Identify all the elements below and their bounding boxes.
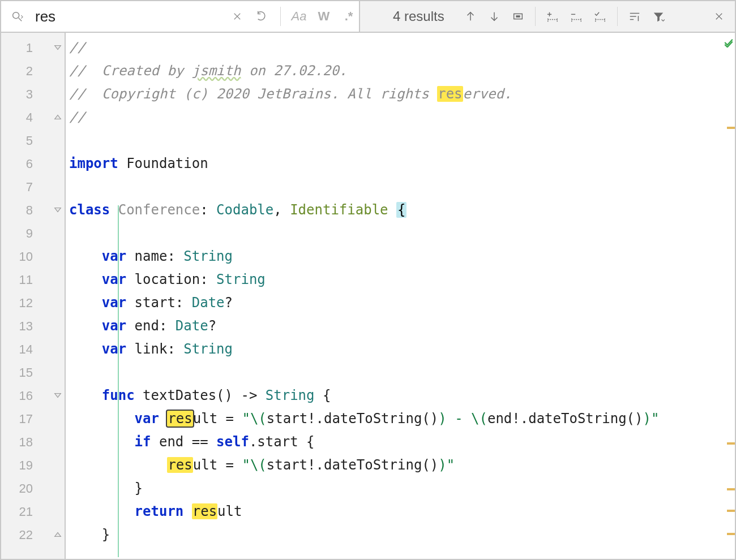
line-number: 22	[1, 523, 42, 546]
filter-icon[interactable]	[648, 6, 669, 27]
fold-expand-end-icon[interactable]	[52, 111, 63, 123]
svg-rect-7	[516, 15, 520, 18]
fold-cell	[42, 199, 65, 222]
marker-tick[interactable]	[727, 533, 735, 535]
svg-point-0	[13, 12, 19, 19]
editor[interactable]: 12345678910111213141516171819202122 // /…	[1, 33, 735, 559]
fold-cell	[42, 384, 65, 407]
gutter: 12345678910111213141516171819202122	[1, 33, 42, 559]
line-number: 1	[1, 36, 42, 59]
close-icon[interactable]	[709, 6, 729, 27]
clear-icon[interactable]	[227, 6, 247, 27]
line-number: 6	[1, 152, 42, 175]
line-number: 9	[1, 222, 42, 245]
fold-cell	[42, 291, 65, 315]
search-icon[interactable]	[7, 6, 27, 27]
find-bar-right: 4 results	[359, 1, 735, 32]
marker-tick[interactable]	[727, 488, 735, 490]
line-number: 8	[1, 199, 42, 222]
divider	[535, 7, 536, 26]
marker-tick[interactable]	[727, 442, 735, 445]
line-number: 18	[1, 430, 42, 454]
line-number: 11	[1, 268, 42, 291]
next-match-icon[interactable]	[484, 6, 504, 27]
fold-cell	[42, 361, 65, 384]
line-number: 13	[1, 315, 42, 338]
line-number: 7	[1, 175, 42, 199]
show-filter-options-icon[interactable]	[624, 6, 645, 27]
fold-cell	[42, 268, 65, 291]
inspection-ok-icon[interactable]	[724, 37, 734, 50]
fold-cell	[42, 129, 65, 152]
regex-toggle[interactable]: .*	[339, 9, 359, 24]
fold-cell	[42, 430, 65, 454]
fold-cell	[42, 59, 65, 83]
line-number: 19	[1, 454, 42, 477]
fold-column	[42, 33, 66, 559]
whole-word-toggle[interactable]: W	[314, 9, 334, 24]
line-number: 2	[1, 59, 42, 83]
line-number: 4	[1, 106, 42, 129]
prev-match-icon[interactable]	[460, 6, 481, 27]
marker-bar[interactable]	[722, 33, 735, 559]
find-input[interactable]	[32, 6, 222, 28]
fold-cell	[42, 222, 65, 245]
fold-cell	[42, 175, 65, 199]
fold-cell	[42, 500, 65, 523]
add-selection-icon[interactable]	[542, 6, 563, 27]
line-number: 14	[1, 338, 42, 361]
fold-collapse-icon[interactable]	[52, 204, 63, 216]
line-number: 10	[1, 245, 42, 268]
brace-indicator	[118, 205, 119, 557]
fold-cell	[42, 338, 65, 361]
toggle-selection-icon[interactable]	[590, 6, 610, 27]
divider	[280, 7, 281, 26]
fold-cell	[42, 523, 65, 546]
line-number: 21	[1, 500, 42, 523]
line-number: 5	[1, 129, 42, 152]
line-number: 16	[1, 384, 42, 407]
line-number: 12	[1, 291, 42, 315]
find-bar-left: Aa W .*	[1, 1, 359, 32]
code-text[interactable]: // // Created by jsmith on 27.02.20. // …	[66, 36, 722, 546]
match-case-toggle[interactable]: Aa	[289, 9, 309, 24]
fold-cell	[42, 83, 65, 106]
line-number: 17	[1, 407, 42, 430]
divider	[617, 7, 618, 26]
fold-cell	[42, 454, 65, 477]
search-history-icon[interactable]	[252, 6, 272, 27]
fold-cell	[42, 36, 65, 59]
select-all-occurrences-icon[interactable]	[508, 6, 528, 27]
line-number: 3	[1, 83, 42, 106]
fold-cell	[42, 315, 65, 338]
fold-cell	[42, 245, 65, 268]
marker-tick[interactable]	[727, 510, 735, 512]
fold-collapse-icon[interactable]	[52, 42, 63, 53]
fold-cell	[42, 152, 65, 175]
fold-cell	[42, 106, 65, 129]
find-bar: Aa W .* 4 results	[1, 1, 735, 33]
line-number: 15	[1, 361, 42, 384]
results-count: 4 results	[366, 8, 457, 24]
remove-selection-icon[interactable]	[566, 6, 587, 27]
fold-collapse-icon[interactable]	[52, 390, 63, 401]
code-area[interactable]: // // Created by jsmith on 27.02.20. // …	[66, 33, 722, 559]
line-number: 20	[1, 477, 42, 500]
fold-expand-end-icon[interactable]	[52, 529, 63, 540]
marker-tick[interactable]	[727, 127, 735, 129]
fold-cell	[42, 477, 65, 500]
fold-cell	[42, 407, 65, 430]
